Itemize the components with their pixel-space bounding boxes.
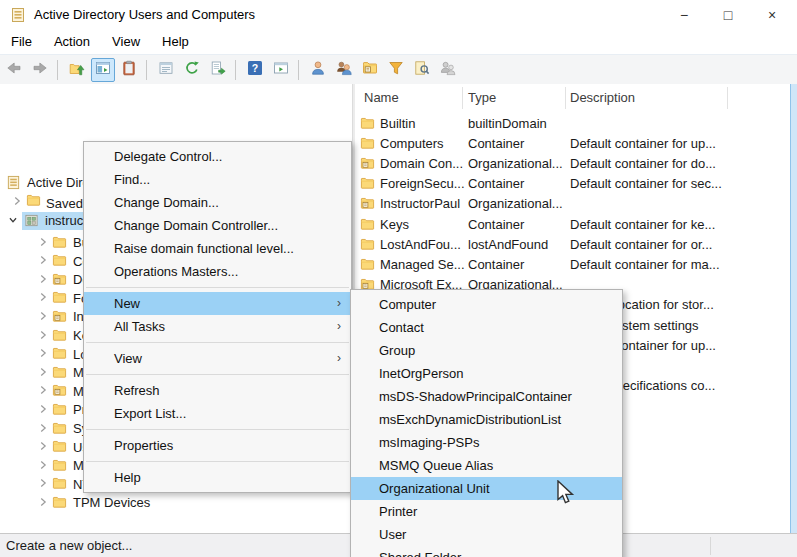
minimize-button[interactable]: − — [663, 0, 705, 30]
cell-desc: Default container for do... — [570, 156, 730, 171]
submenu-item-organizational-unit[interactable]: Organizational Unit — [351, 477, 622, 500]
menubar-item-view[interactable]: View — [101, 30, 151, 54]
submenu-item-computer[interactable]: Computer — [351, 293, 622, 316]
table-row-instructorpaul[interactable]: InstructorPaulOrganizational... — [355, 194, 790, 214]
table-row-lostandfou[interactable]: LostAndFou...lostAndFoundDefault contain… — [355, 234, 790, 254]
create-group-button[interactable] — [332, 58, 356, 82]
submenu-arrow-icon: › — [337, 347, 341, 370]
help-icon: ? — [247, 60, 263, 80]
paste-icon — [121, 60, 137, 80]
back-button[interactable] — [2, 58, 26, 82]
properties-button[interactable] — [154, 58, 178, 82]
menu-item-find[interactable]: Find... — [84, 168, 351, 191]
cell-desc: Default container for ma... — [570, 257, 730, 272]
refresh-button[interactable] — [180, 58, 204, 82]
up-one-level-button[interactable] — [65, 58, 89, 82]
maximize-button[interactable]: □ — [707, 0, 749, 30]
create-user-button[interactable] — [306, 58, 330, 82]
forward-button[interactable] — [28, 58, 52, 82]
menu-item-label: Find... — [114, 172, 150, 187]
toolbar: ? — [0, 54, 797, 85]
up-one-level-icon — [69, 60, 85, 80]
submenu-item-msds-shadowprincipalcontainer[interactable]: msDS-ShadowPrincipalContainer — [351, 385, 622, 408]
menu-item-label: Export List... — [114, 406, 186, 421]
close-button[interactable]: × — [751, 0, 793, 30]
tree-item-tpm-devices[interactable]: TPM Devices — [36, 493, 150, 512]
export-list-button[interactable] — [206, 58, 230, 82]
menu-item-new[interactable]: New› — [84, 292, 351, 315]
submenu-item-group[interactable]: Group — [351, 339, 622, 362]
submenu-item-msmq-queue-alias[interactable]: MSMQ Queue Alias — [351, 454, 622, 477]
show-window-button[interactable] — [269, 58, 293, 82]
column-header-type[interactable]: Type — [468, 84, 496, 112]
column-divider[interactable] — [565, 87, 566, 109]
submenu-item-msexchdynamicdistributionlist[interactable]: msExchDynamicDistributionList — [351, 408, 622, 431]
table-row-builtin[interactable]: BuiltinbuiltinDomain — [355, 113, 790, 133]
chevron-down-icon — [6, 213, 22, 229]
chevron-right-icon — [36, 253, 52, 269]
column-divider[interactable] — [727, 87, 728, 109]
cell-name: Managed Se... — [380, 257, 480, 272]
submenu-item-printer[interactable]: Printer — [351, 500, 622, 523]
table-row-computers[interactable]: ComputersContainerDefault container for … — [355, 133, 790, 153]
paste-button[interactable] — [117, 58, 141, 82]
cell-type: Organizational... — [468, 156, 566, 171]
table-row-keys[interactable]: KeysContainerDefault container for ke... — [355, 214, 790, 234]
submenu-item-user[interactable]: User — [351, 523, 622, 546]
menu-item-export-list[interactable]: Export List... — [84, 402, 351, 425]
column-header-name[interactable]: Name — [364, 84, 399, 112]
table-row-managed-se[interactable]: Managed Se...ContainerDefault container … — [355, 254, 790, 274]
menu-item-all-tasks[interactable]: All Tasks› — [84, 315, 351, 338]
menu-item-change-domain[interactable]: Change Domain... — [84, 191, 351, 214]
menubar-item-file[interactable]: File — [0, 30, 43, 54]
menu-item-operations-masters[interactable]: Operations Masters... — [84, 260, 351, 283]
submenu-item-label: InetOrgPerson — [379, 366, 464, 381]
svg-text:?: ? — [252, 62, 258, 74]
folder-icon — [52, 458, 68, 474]
menu-item-properties[interactable]: Properties — [84, 434, 351, 457]
folder-icon — [360, 116, 375, 131]
cell-name: Keys — [380, 217, 480, 232]
folder-icon — [26, 196, 41, 211]
window-frame-edge — [790, 84, 797, 533]
menu-item-refresh[interactable]: Refresh — [84, 379, 351, 402]
menu-item-view[interactable]: View› — [84, 347, 351, 370]
find-button[interactable] — [410, 58, 434, 82]
back-icon — [6, 60, 22, 80]
menubar-item-action[interactable]: Action — [43, 30, 101, 54]
folder-icon — [360, 136, 375, 151]
set-permissions-button[interactable] — [436, 58, 460, 82]
ou-folder-icon — [360, 156, 375, 171]
submenu-item-label: Contact — [379, 320, 424, 335]
menu-bar: FileActionViewHelp — [0, 30, 797, 54]
cell-desc: Default container for up... — [570, 136, 730, 151]
menu-item-change-domain-controller[interactable]: Change Domain Controller... — [84, 214, 351, 237]
filter-button[interactable] — [384, 58, 408, 82]
folder-icon — [360, 217, 375, 232]
table-row-foreignsecu[interactable]: ForeignSecu...ContainerDefault container… — [355, 174, 790, 194]
menu-item-delegate-control[interactable]: Delegate Control... — [84, 145, 351, 168]
column-header-description[interactable]: Description — [570, 84, 635, 112]
submenu-item-label: Group — [379, 343, 415, 358]
create-ou-button[interactable] — [358, 58, 382, 82]
table-row-domain-con[interactable]: Domain Con...Organizational...Default co… — [355, 153, 790, 173]
submenu-item-label: MSMQ Queue Alias — [379, 458, 493, 473]
submenu-item-msimaging-psps[interactable]: msImaging-PSPs — [351, 431, 622, 454]
menu-separator — [86, 287, 349, 288]
submenu-item-contact[interactable]: Contact — [351, 316, 622, 339]
menubar-item-help[interactable]: Help — [151, 30, 200, 54]
folder-icon — [52, 328, 68, 344]
show-console-tree-button[interactable] — [91, 58, 115, 82]
column-divider[interactable] — [462, 87, 463, 109]
toolbar-separator — [146, 60, 147, 80]
submenu-item-shared-folder[interactable]: Shared Folder — [351, 546, 622, 557]
cell-type: lostAndFound — [468, 237, 566, 252]
menu-item-raise-domain-functional-level[interactable]: Raise domain functional level... — [84, 237, 351, 260]
help-button[interactable]: ? — [243, 58, 267, 82]
submenu-item-inetorgperson[interactable]: InetOrgPerson — [351, 362, 622, 385]
cell-name: InstructorPaul — [380, 196, 480, 211]
status-bar-divider — [710, 537, 711, 555]
ou-folder-icon — [52, 272, 68, 288]
chevron-right-icon — [36, 458, 52, 474]
menu-item-help[interactable]: Help — [84, 466, 351, 489]
